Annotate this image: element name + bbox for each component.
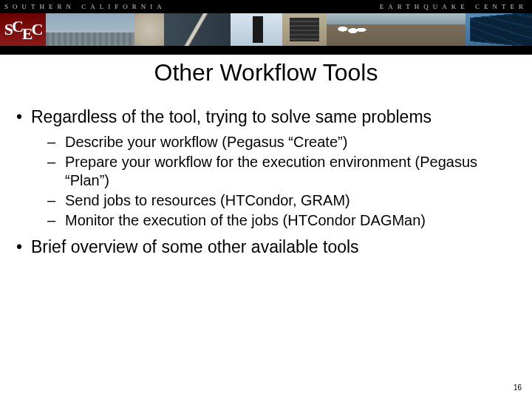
banner-bottom-bar	[0, 46, 532, 55]
bullet-level2: – Monitor the execution of the jobs (HTC…	[47, 211, 516, 230]
slide-body: • Regardless of the tool, trying to solv…	[0, 86, 532, 399]
photo-texture	[134, 13, 164, 46]
banner-photo-strip: SCEC	[0, 13, 532, 46]
bullet-level1: • Regardless of the tool, trying to solv…	[16, 107, 516, 127]
photo-server	[282, 13, 327, 46]
scec-logo-letters: SCEC	[4, 20, 42, 39]
bullet-text: Send jobs to resources (HTCondor, GRAM)	[65, 191, 350, 210]
bullet-text: Prepare your workflow for the execution …	[65, 153, 516, 190]
org-name-left: SOUTHERN CALIFORNIA	[4, 3, 166, 10]
photo-collage	[46, 13, 532, 46]
slide: SOUTHERN CALIFORNIA EARTHQUAKE CENTER SC…	[0, 0, 532, 399]
bullet-dot-icon: •	[16, 107, 31, 127]
page-number: 16	[514, 383, 522, 392]
photo-people	[327, 13, 466, 46]
photo-fault	[164, 13, 231, 46]
bullet-level2: – Send jobs to resources (HTCondor, GRAM…	[47, 191, 516, 210]
header-banner: SOUTHERN CALIFORNIA EARTHQUAKE CENTER SC…	[0, 0, 532, 55]
bullet-text: Regardless of the tool, trying to solve …	[31, 107, 432, 127]
bullet-dot-icon: •	[16, 237, 31, 257]
bullet-dash-icon: –	[47, 191, 65, 210]
bullet-dash-icon: –	[47, 133, 65, 151]
photo-skyline	[46, 13, 134, 46]
bullet-level1: • Brief overview of some other available…	[16, 237, 516, 257]
org-name-right: EARTHQUAKE CENTER	[380, 3, 528, 10]
bullet-text: Monitor the execution of the jobs (HTCon…	[65, 211, 426, 230]
photo-solar	[466, 13, 532, 46]
bullet-text: Brief overview of some other available t…	[31, 237, 359, 257]
bullet-level2: – Describe your workflow (Pegasus “Creat…	[47, 133, 516, 151]
photo-drill	[231, 13, 282, 46]
slide-title: Other Workflow Tools	[0, 59, 532, 86]
banner-top-bar: SOUTHERN CALIFORNIA EARTHQUAKE CENTER	[0, 0, 532, 13]
bullet-level2: – Prepare your workflow for the executio…	[47, 153, 516, 190]
scec-logo: SCEC	[0, 13, 46, 46]
bullet-text: Describe your workflow (Pegasus “Create”…	[65, 133, 347, 151]
bullet-dash-icon: –	[47, 211, 65, 230]
bullet-dash-icon: –	[47, 153, 65, 190]
title-area: Other Workflow Tools	[0, 59, 532, 86]
